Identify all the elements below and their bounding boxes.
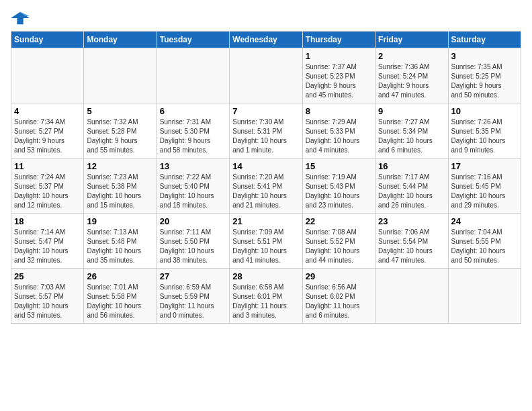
logo-bird-icon	[11, 11, 30, 26]
week-row-3: 11Sunrise: 7:24 AM Sunset: 5:37 PM Dayli…	[11, 158, 521, 214]
day-number: 19	[87, 216, 153, 226]
day-number: 3	[451, 51, 518, 61]
day-number: 20	[160, 216, 226, 226]
calendar-cell: 1Sunrise: 7:37 AM Sunset: 5:23 PM Daylig…	[302, 48, 375, 103]
day-info: Sunrise: 7:31 AM Sunset: 5:30 PM Dayligh…	[160, 118, 226, 155]
calendar-cell: 5Sunrise: 7:32 AM Sunset: 5:28 PM Daylig…	[84, 103, 157, 158]
header-row: SundayMondayTuesdayWednesdayThursdayFrid…	[11, 32, 521, 48]
calendar-cell: 19Sunrise: 7:13 AM Sunset: 5:48 PM Dayli…	[84, 214, 157, 269]
day-info: Sunrise: 7:14 AM Sunset: 5:47 PM Dayligh…	[14, 228, 81, 265]
calendar-cell: 12Sunrise: 7:23 AM Sunset: 5:38 PM Dayli…	[84, 158, 157, 214]
day-info: Sunrise: 7:09 AM Sunset: 5:51 PM Dayligh…	[232, 228, 299, 265]
day-number: 22	[306, 216, 372, 226]
week-row-2: 4Sunrise: 7:34 AM Sunset: 5:27 PM Daylig…	[11, 103, 521, 158]
calendar-cell: 23Sunrise: 7:06 AM Sunset: 5:54 PM Dayli…	[375, 214, 448, 269]
day-info: Sunrise: 7:37 AM Sunset: 5:23 PM Dayligh…	[306, 62, 372, 100]
day-number: 14	[232, 161, 299, 171]
day-number: 29	[306, 271, 372, 281]
day-number: 17	[451, 161, 518, 171]
calendar-cell	[157, 48, 229, 103]
day-number: 1	[306, 51, 372, 61]
day-info: Sunrise: 7:03 AM Sunset: 5:57 PM Dayligh…	[14, 283, 81, 320]
day-number: 12	[87, 161, 153, 171]
day-info: Sunrise: 7:36 AM Sunset: 5:24 PM Dayligh…	[378, 62, 445, 100]
calendar-cell	[375, 269, 448, 324]
calendar-cell: 2Sunrise: 7:36 AM Sunset: 5:24 PM Daylig…	[375, 48, 448, 103]
day-info: Sunrise: 7:24 AM Sunset: 5:37 PM Dayligh…	[14, 173, 81, 210]
day-number: 28	[232, 271, 299, 281]
day-number: 15	[306, 161, 372, 171]
week-row-5: 25Sunrise: 7:03 AM Sunset: 5:57 PM Dayli…	[11, 269, 521, 324]
day-info: Sunrise: 7:34 AM Sunset: 5:27 PM Dayligh…	[14, 118, 81, 155]
day-info: Sunrise: 7:30 AM Sunset: 5:31 PM Dayligh…	[232, 118, 299, 155]
calendar-cell: 13Sunrise: 7:22 AM Sunset: 5:40 PM Dayli…	[157, 158, 229, 214]
day-info: Sunrise: 7:19 AM Sunset: 5:43 PM Dayligh…	[306, 173, 372, 210]
calendar-cell: 14Sunrise: 7:20 AM Sunset: 5:41 PM Dayli…	[230, 158, 302, 214]
column-header-friday: Friday	[375, 32, 448, 48]
header	[11, 11, 521, 26]
day-info: Sunrise: 7:29 AM Sunset: 5:33 PM Dayligh…	[306, 118, 372, 155]
calendar-cell: 9Sunrise: 7:27 AM Sunset: 5:34 PM Daylig…	[375, 103, 448, 158]
day-number: 11	[14, 161, 81, 171]
column-header-saturday: Saturday	[448, 32, 521, 48]
calendar-cell	[11, 48, 84, 103]
column-header-monday: Monday	[84, 32, 157, 48]
calendar-cell: 29Sunrise: 6:56 AM Sunset: 6:02 PM Dayli…	[302, 269, 375, 324]
day-info: Sunrise: 7:22 AM Sunset: 5:40 PM Dayligh…	[160, 173, 226, 210]
day-info: Sunrise: 7:23 AM Sunset: 5:38 PM Dayligh…	[87, 173, 153, 210]
day-number: 21	[232, 216, 299, 226]
calendar-cell	[84, 48, 157, 103]
column-header-tuesday: Tuesday	[157, 32, 229, 48]
column-header-wednesday: Wednesday	[230, 32, 302, 48]
day-number: 10	[451, 106, 518, 116]
calendar-table: SundayMondayTuesdayWednesdayThursdayFrid…	[11, 31, 521, 324]
day-info: Sunrise: 7:11 AM Sunset: 5:50 PM Dayligh…	[160, 228, 226, 265]
calendar-cell: 4Sunrise: 7:34 AM Sunset: 5:27 PM Daylig…	[11, 103, 84, 158]
day-number: 25	[14, 271, 81, 281]
calendar-cell: 7Sunrise: 7:30 AM Sunset: 5:31 PM Daylig…	[230, 103, 302, 158]
day-number: 23	[378, 216, 445, 226]
day-number: 9	[378, 106, 445, 116]
calendar-cell: 17Sunrise: 7:16 AM Sunset: 5:45 PM Dayli…	[448, 158, 521, 214]
day-number: 4	[14, 106, 81, 116]
calendar-cell	[230, 48, 302, 103]
calendar-cell: 21Sunrise: 7:09 AM Sunset: 5:51 PM Dayli…	[230, 214, 302, 269]
day-number: 26	[87, 271, 153, 281]
day-info: Sunrise: 7:32 AM Sunset: 5:28 PM Dayligh…	[87, 118, 153, 155]
day-info: Sunrise: 7:16 AM Sunset: 5:45 PM Dayligh…	[451, 173, 518, 210]
day-info: Sunrise: 7:27 AM Sunset: 5:34 PM Dayligh…	[378, 118, 445, 155]
column-header-thursday: Thursday	[302, 32, 375, 48]
day-info: Sunrise: 7:06 AM Sunset: 5:54 PM Dayligh…	[378, 228, 445, 265]
calendar-cell: 8Sunrise: 7:29 AM Sunset: 5:33 PM Daylig…	[302, 103, 375, 158]
day-number: 8	[306, 106, 372, 116]
calendar-cell: 24Sunrise: 7:04 AM Sunset: 5:55 PM Dayli…	[448, 214, 521, 269]
calendar-cell: 3Sunrise: 7:35 AM Sunset: 5:25 PM Daylig…	[448, 48, 521, 103]
day-info: Sunrise: 7:26 AM Sunset: 5:35 PM Dayligh…	[451, 118, 518, 155]
day-info: Sunrise: 6:58 AM Sunset: 6:01 PM Dayligh…	[232, 283, 299, 320]
day-number: 24	[451, 216, 518, 226]
day-info: Sunrise: 7:04 AM Sunset: 5:55 PM Dayligh…	[451, 228, 518, 265]
column-header-sunday: Sunday	[11, 32, 84, 48]
calendar-cell: 26Sunrise: 7:01 AM Sunset: 5:58 PM Dayli…	[84, 269, 157, 324]
calendar-cell	[448, 269, 521, 324]
day-info: Sunrise: 7:35 AM Sunset: 5:25 PM Dayligh…	[451, 62, 518, 100]
calendar-cell: 25Sunrise: 7:03 AM Sunset: 5:57 PM Dayli…	[11, 269, 84, 324]
day-info: Sunrise: 6:56 AM Sunset: 6:02 PM Dayligh…	[306, 283, 372, 320]
day-number: 2	[378, 51, 445, 61]
day-number: 7	[232, 106, 299, 116]
day-number: 27	[160, 271, 226, 281]
week-row-4: 18Sunrise: 7:14 AM Sunset: 5:47 PM Dayli…	[11, 214, 521, 269]
day-number: 18	[14, 216, 81, 226]
day-info: Sunrise: 7:01 AM Sunset: 5:58 PM Dayligh…	[87, 283, 153, 320]
day-info: Sunrise: 6:59 AM Sunset: 5:59 PM Dayligh…	[160, 283, 226, 320]
calendar-cell: 16Sunrise: 7:17 AM Sunset: 5:44 PM Dayli…	[375, 158, 448, 214]
calendar-cell: 18Sunrise: 7:14 AM Sunset: 5:47 PM Dayli…	[11, 214, 84, 269]
day-info: Sunrise: 7:17 AM Sunset: 5:44 PM Dayligh…	[378, 173, 445, 210]
calendar-cell: 6Sunrise: 7:31 AM Sunset: 5:30 PM Daylig…	[157, 103, 229, 158]
calendar-cell: 11Sunrise: 7:24 AM Sunset: 5:37 PM Dayli…	[11, 158, 84, 214]
day-number: 5	[87, 106, 153, 116]
day-info: Sunrise: 7:20 AM Sunset: 5:41 PM Dayligh…	[232, 173, 299, 210]
calendar-cell: 20Sunrise: 7:11 AM Sunset: 5:50 PM Dayli…	[157, 214, 229, 269]
calendar-cell: 28Sunrise: 6:58 AM Sunset: 6:01 PM Dayli…	[230, 269, 302, 324]
day-info: Sunrise: 7:08 AM Sunset: 5:52 PM Dayligh…	[306, 228, 372, 265]
